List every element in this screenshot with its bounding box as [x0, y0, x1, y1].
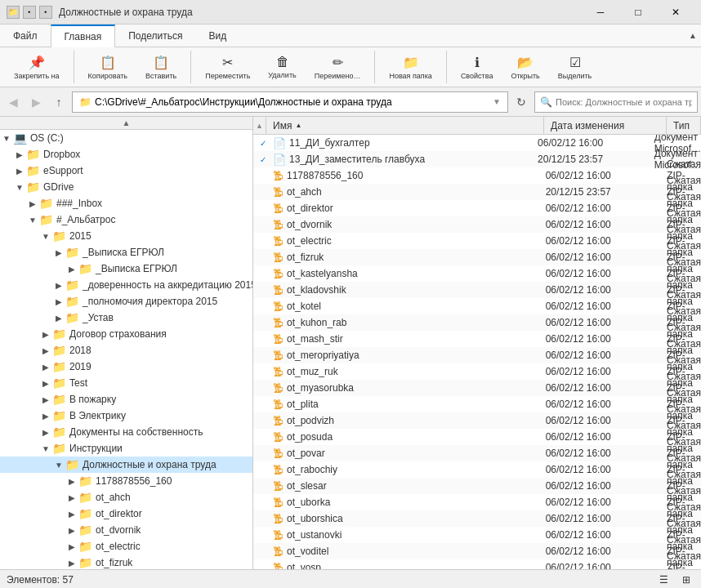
file-row[interactable]: ✓ 📄 11_ДИ_бухгалтер 06/02/12 16:00 Докум…: [253, 135, 701, 151]
file-checkbox[interactable]: [257, 349, 270, 362]
file-checkbox[interactable]: [257, 561, 270, 569]
refresh-button[interactable]: ↻: [511, 92, 531, 112]
tree-item[interactable]: ▶📁ot_fizruk: [0, 555, 252, 569]
file-checkbox[interactable]: ✓: [257, 136, 270, 149]
search-input[interactable]: [556, 97, 692, 107]
address-dropdown-icon[interactable]: ▼: [493, 97, 501, 106]
tree-expand-icon[interactable]: ▶: [13, 164, 26, 177]
tree-item[interactable]: ▼📁GDrive: [0, 179, 252, 195]
tree-expand-icon[interactable]: ▶: [39, 409, 52, 422]
tree-item[interactable]: ▶📁eSupport: [0, 163, 252, 179]
file-row[interactable]: 🗜 ot_dvornik 06/02/12 16:00 Сжатая ZIP-п…: [253, 216, 701, 233]
file-row[interactable]: 🗜 ot_myasorubka 06/02/12 16:00 Сжатая ZI…: [253, 380, 701, 396]
maximize-button[interactable]: □: [619, 0, 657, 24]
tree-item[interactable]: ▶📁_полномочия директора 2015: [0, 293, 252, 310]
file-row[interactable]: 🗜 ot_posuda 06/02/12 16:00 Сжатая ZIP-па…: [253, 429, 701, 445]
tree-expand-icon[interactable]: ▶: [39, 327, 52, 341]
tree-item[interactable]: ▼📁Инструкции: [0, 440, 252, 457]
tree-item[interactable]: ▼📁2015: [0, 228, 252, 244]
rename-btn[interactable]: ✏ Переимено…: [307, 51, 368, 84]
tree-item[interactable]: ▼📁Должностные и охрана труда: [0, 457, 252, 473]
address-input[interactable]: [95, 96, 489, 108]
tree-item[interactable]: ▼📁#_Альбатрос: [0, 212, 252, 228]
tree-item[interactable]: ▶📁Договор страхования: [0, 326, 252, 342]
tree-expand-icon[interactable]: ▶: [52, 278, 65, 292]
file-checkbox[interactable]: [257, 479, 270, 492]
tree-item[interactable]: ▶📁ot_direktor: [0, 506, 252, 522]
file-checkbox[interactable]: [257, 381, 270, 394]
file-row[interactable]: 🗜 ot_electric 06/02/12 16:00 Сжатая ZIP-…: [253, 233, 701, 249]
newfolder-btn[interactable]: 📁 Новая папка: [382, 51, 439, 84]
tree-item[interactable]: ▶📁_доверенность на аккредитацию 2015: [0, 277, 252, 293]
tree-expand-icon[interactable]: ▼: [0, 131, 13, 145]
file-row[interactable]: 🗜 ot_vosp 06/02/12 16:00 Сжатая ZIP-папк…: [253, 559, 701, 569]
tree-expand-icon[interactable]: ▶: [52, 246, 65, 259]
file-row[interactable]: 🗜 ot_plita 06/02/12 16:00 Сжатая ZIP-пап…: [253, 396, 701, 412]
back-button[interactable]: ◀: [3, 92, 23, 112]
tree-item[interactable]: ▶📁Документы на собственность: [0, 424, 252, 440]
file-checkbox[interactable]: [257, 185, 270, 198]
tree-expand-icon[interactable]: ▶: [39, 393, 52, 406]
file-checkbox[interactable]: [257, 316, 270, 329]
file-checkbox[interactable]: [257, 545, 270, 558]
view-details-btn[interactable]: ☰: [655, 572, 672, 588]
file-row[interactable]: 🗜 ot_podvizh 06/02/12 16:00 Сжатая ZIP-п…: [253, 412, 701, 429]
tree-item[interactable]: ▶📁ot_electric: [0, 538, 252, 555]
scroll-up-arrow[interactable]: ▲: [253, 117, 266, 135]
file-checkbox[interactable]: [257, 528, 270, 541]
nav-panel-scroll-up[interactable]: ▲: [0, 117, 252, 130]
tree-item[interactable]: ▶📁ot_ahch: [0, 489, 252, 506]
file-checkbox[interactable]: [257, 332, 270, 345]
file-checkbox[interactable]: [257, 463, 270, 476]
tree-expand-icon[interactable]: ▼: [39, 229, 52, 243]
file-checkbox[interactable]: [257, 430, 270, 443]
copy-btn[interactable]: 📋 Копировать: [81, 51, 135, 84]
tree-item[interactable]: ▶📁В пожарку: [0, 391, 252, 408]
tree-item[interactable]: ▶📁В Электрику: [0, 408, 252, 424]
move-btn[interactable]: ✂ Переместить: [198, 51, 257, 84]
file-checkbox[interactable]: [257, 202, 270, 215]
tree-expand-icon[interactable]: ▶: [65, 262, 78, 275]
minimize-button[interactable]: ─: [582, 0, 619, 24]
file-row[interactable]: 🗜 ot_meropriyatiya 06/02/12 16:00 Сжатая…: [253, 347, 701, 363]
pin-to-quickaccess-btn[interactable]: 📌 Закрепить на: [7, 51, 67, 84]
tree-expand-icon[interactable]: ▶: [39, 360, 52, 373]
file-checkbox[interactable]: [257, 169, 270, 182]
file-row[interactable]: 🗜 ot_fizruk 06/02/12 16:00 Сжатая ZIP-па…: [253, 249, 701, 265]
file-checkbox[interactable]: [257, 414, 270, 427]
tab-share[interactable]: Поделиться: [115, 24, 195, 47]
file-checkbox[interactable]: [257, 512, 270, 525]
tree-item[interactable]: ▶📁_Выписка ЕГРЮЛ: [0, 244, 252, 261]
file-row[interactable]: 🗜 ot_uborshica 06/02/12 16:00 Сжатая ZIP…: [253, 510, 701, 527]
tree-expand-icon[interactable]: ▶: [65, 523, 78, 537]
file-row[interactable]: 🗜 ot_direktor 06/02/12 16:00 Сжатая ZIP-…: [253, 200, 701, 216]
tree-item[interactable]: ▶📁2019: [0, 359, 252, 375]
file-row[interactable]: 🗜 ot_ustanovki 06/02/12 16:00 Сжатая ZIP…: [253, 527, 701, 543]
forward-button[interactable]: ▶: [26, 92, 46, 112]
tree-expand-icon[interactable]: ▶: [52, 295, 65, 308]
tab-home[interactable]: Главная: [51, 24, 116, 47]
tree-item[interactable]: ▶📁Test: [0, 375, 252, 391]
select-btn[interactable]: ☑ Выделить: [551, 51, 600, 84]
tree-expand-icon[interactable]: ▶: [65, 474, 78, 488]
file-row[interactable]: 🗜 1178878556_160 06/02/12 16:00 Сжатая Z…: [253, 167, 701, 184]
ribbon-expand-btn[interactable]: ▲: [685, 24, 701, 47]
col-header-date[interactable]: Дата изменения: [544, 117, 667, 134]
file-row[interactable]: 🗜 ot_kotel 06/02/12 16:00 Сжатая ZIP-пап…: [253, 298, 701, 314]
tree-expand-icon[interactable]: ▶: [65, 556, 78, 569]
tree-item[interactable]: ▶📁Dropbox: [0, 146, 252, 163]
file-checkbox[interactable]: [257, 218, 270, 231]
tree-expand-icon[interactable]: ▶: [39, 344, 52, 357]
view-large-btn[interactable]: ⊞: [678, 572, 694, 588]
up-button[interactable]: ↑: [49, 92, 69, 112]
file-checkbox[interactable]: [257, 267, 270, 280]
tree-expand-icon[interactable]: ▶: [13, 148, 26, 161]
file-row[interactable]: 🗜 ot_rabochiy 06/02/12 16:00 Сжатая ZIP-…: [253, 461, 701, 478]
tree-expand-icon[interactable]: ▶: [65, 507, 78, 520]
tree-item[interactable]: ▶📁_Устав: [0, 310, 252, 326]
file-checkbox[interactable]: [257, 496, 270, 509]
file-checkbox[interactable]: [257, 300, 270, 313]
tree-expand-icon[interactable]: ▼: [52, 458, 65, 471]
col-header-type[interactable]: Тип: [667, 117, 701, 134]
tree-expand-icon[interactable]: ▶: [26, 197, 39, 210]
